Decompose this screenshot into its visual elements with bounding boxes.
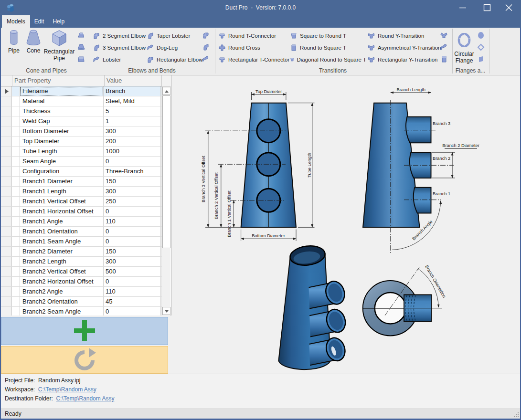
- svg-text:Branch 3 Vertical Offset: Branch 3 Vertical Offset: [201, 156, 206, 202]
- svg-text:Branch 2: Branch 2: [433, 156, 450, 161]
- svg-text:Top Diameter: Top Diameter: [255, 89, 282, 94]
- svg-text:Branch 2 Vertical Offset: Branch 2 Vertical Offset: [214, 172, 219, 219]
- svg-text:Branch 2 Diameter: Branch 2 Diameter: [442, 143, 479, 148]
- svg-text:Branch 3: Branch 3: [433, 121, 450, 126]
- svg-text:Tube Length: Tube Length: [307, 153, 312, 178]
- svg-text:Branch 1 Vertical Offset: Branch 1 Vertical Offset: [227, 190, 232, 237]
- svg-text:Branch Length: Branch Length: [396, 87, 425, 92]
- svg-text:Bottom Diameter: Bottom Diameter: [252, 233, 285, 238]
- svg-text:Branch 1: Branch 1: [433, 191, 450, 196]
